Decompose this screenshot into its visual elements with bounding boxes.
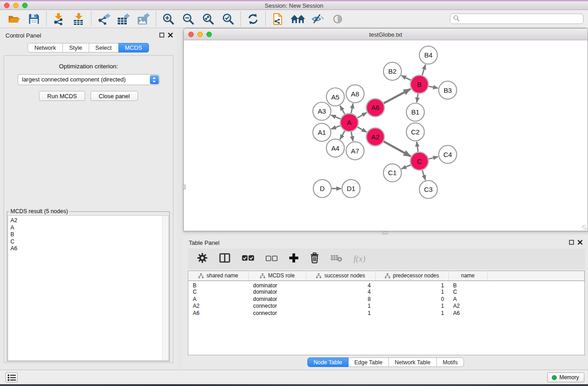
edge-A-A1[interactable] [331, 126, 340, 129]
edge-A-A3[interactable] [331, 115, 340, 119]
cell-shared_name[interactable]: A2 [188, 303, 249, 310]
graph-node-B2[interactable]: B2 [383, 62, 402, 81]
export-table-icon[interactable] [116, 11, 131, 27]
tab-edge-table[interactable]: Edge Table [349, 357, 389, 367]
cell-name[interactable]: A2 [449, 303, 487, 310]
network-canvas[interactable]: AA1A2A3A4A5A6A7A8BB1B2B3B4CC1C2C3C4DD1 [184, 41, 588, 231]
add-column-icon[interactable] [289, 253, 299, 265]
edge-A-A2[interactable] [358, 127, 367, 132]
table-row[interactable]: Cdominator41C [188, 289, 584, 296]
hide-all-columns-icon[interactable] [266, 255, 277, 263]
mcds-result-list[interactable]: A2ABCA6 [8, 215, 169, 361]
resize-grip-icon[interactable] [582, 225, 587, 230]
cell-mcds_role[interactable]: dominator [249, 289, 306, 296]
mcds-result-item[interactable]: C [10, 238, 168, 246]
graph-node-A7[interactable]: A7 [346, 142, 364, 160]
cell-name[interactable]: A6 [449, 310, 487, 317]
cell-shared_name[interactable]: A6 [188, 310, 249, 317]
cell-successor_nodes[interactable]: 1 [306, 303, 375, 310]
graph-node-A1[interactable]: A1 [313, 124, 331, 142]
graph-node-C3[interactable]: C3 [419, 181, 437, 199]
table-row[interactable]: A2connector11A2 [188, 303, 584, 310]
edge-C-C2[interactable] [417, 142, 418, 152]
zoom-out-icon[interactable] [181, 11, 196, 27]
close-panel-button[interactable]: Close panel [91, 91, 138, 101]
delete-table-icon[interactable] [330, 254, 342, 264]
mcds-result-item[interactable]: A6 [10, 245, 168, 253]
graph-node-B1[interactable]: B1 [406, 103, 425, 121]
export-image-icon[interactable] [136, 11, 151, 27]
task-history-button[interactable] [5, 372, 18, 382]
mcds-result-item[interactable]: A [10, 224, 168, 232]
import-network-icon[interactable] [51, 11, 67, 27]
import-table-icon[interactable] [71, 11, 86, 27]
scrollbar[interactable] [162, 216, 168, 360]
search-input[interactable] [461, 15, 583, 23]
cell-mcds_role[interactable]: dominator [249, 295, 306, 303]
cell-successor_nodes[interactable]: 8 [306, 295, 375, 303]
refresh-icon[interactable] [245, 11, 261, 27]
mcds-result-item[interactable]: B [10, 231, 168, 238]
function-builder-icon[interactable]: f(x) [354, 254, 365, 264]
graph-node-B3[interactable]: B3 [439, 81, 457, 99]
edge-C-C4[interactable] [429, 157, 438, 159]
edge-A-A8[interactable] [351, 104, 353, 114]
cell-shared_name[interactable]: B [188, 281, 249, 289]
node-table[interactable]: shared nameMCDS rolesuccessor nodesprede… [188, 271, 585, 355]
search-field[interactable] [450, 14, 583, 24]
graph-node-C1[interactable]: C1 [383, 164, 402, 182]
table-row[interactable]: Adominator80A [188, 295, 584, 303]
edge-C-C3[interactable] [422, 170, 425, 180]
table-row[interactable]: A6connector11A6 [188, 310, 584, 317]
split-divider-grip[interactable] [183, 185, 186, 189]
edge-A-A6[interactable] [358, 113, 367, 118]
edge-A6-B[interactable] [384, 89, 411, 104]
graph-node-C[interactable]: C [411, 152, 429, 170]
graph-node-C2[interactable]: C2 [406, 123, 425, 141]
graph-node-A4[interactable]: A4 [326, 139, 344, 157]
new-session-from-network-icon[interactable] [270, 11, 286, 27]
cell-predecessor_nodes[interactable]: 1 [375, 289, 449, 296]
edge-B-B4[interactable] [422, 65, 425, 76]
column-header-name[interactable]: name [449, 271, 487, 281]
edge-B-B1[interactable] [417, 94, 418, 102]
cell-successor_nodes[interactable]: 1 [306, 310, 375, 317]
edge-B-B2[interactable] [402, 76, 411, 80]
table-row[interactable]: Bdominator41B [188, 281, 584, 289]
close-panel-icon[interactable] [577, 239, 583, 245]
cell-name[interactable]: A [449, 295, 487, 303]
run-mcds-button[interactable]: Run MCDS [39, 91, 85, 101]
horizontal-divider-grip[interactable] [382, 232, 387, 234]
zoom-fit-icon[interactable] [201, 11, 216, 27]
zoom-in-icon[interactable] [161, 11, 176, 27]
graph-node-C4[interactable]: C4 [439, 145, 457, 163]
close-panel-icon[interactable] [167, 32, 173, 38]
graph-node-D[interactable]: D [313, 180, 331, 198]
save-session-icon[interactable] [26, 11, 42, 27]
cell-successor_nodes[interactable]: 4 [306, 281, 375, 289]
float-panel-icon[interactable] [569, 239, 574, 245]
tab-style[interactable]: Style [63, 43, 89, 52]
home-icon[interactable] [290, 11, 306, 27]
cell-name[interactable]: B [449, 281, 487, 289]
edge-C-C1[interactable] [402, 165, 411, 169]
column-header-predecessor-nodes[interactable]: predecessor nodes [375, 271, 449, 281]
cell-predecessor_nodes[interactable]: 1 [375, 310, 449, 317]
tab-node-table[interactable]: Node Table [307, 357, 349, 367]
hide-graphics-details-icon[interactable] [310, 11, 325, 27]
graph-node-A5[interactable]: A5 [326, 88, 344, 106]
show-graphics-details-icon[interactable] [330, 11, 345, 27]
edge-A2-C[interactable] [383, 142, 411, 157]
graph-node-D1[interactable]: D1 [342, 180, 360, 198]
mcds-result-item[interactable]: A2 [10, 217, 168, 224]
column-header-successor-nodes[interactable]: successor nodes [306, 271, 375, 281]
graph-node-A6[interactable]: A6 [366, 99, 384, 117]
graph-node-A8[interactable]: A8 [346, 85, 364, 103]
float-panel-icon[interactable] [159, 32, 165, 38]
show-all-columns-icon[interactable] [242, 255, 254, 263]
cell-predecessor_nodes[interactable]: 0 [375, 295, 449, 303]
cell-mcds_role[interactable]: connector [249, 303, 306, 310]
cell-shared_name[interactable]: C [188, 289, 249, 296]
cell-mcds_role[interactable]: connector [249, 310, 306, 317]
graph-node-B4[interactable]: B4 [419, 46, 437, 64]
